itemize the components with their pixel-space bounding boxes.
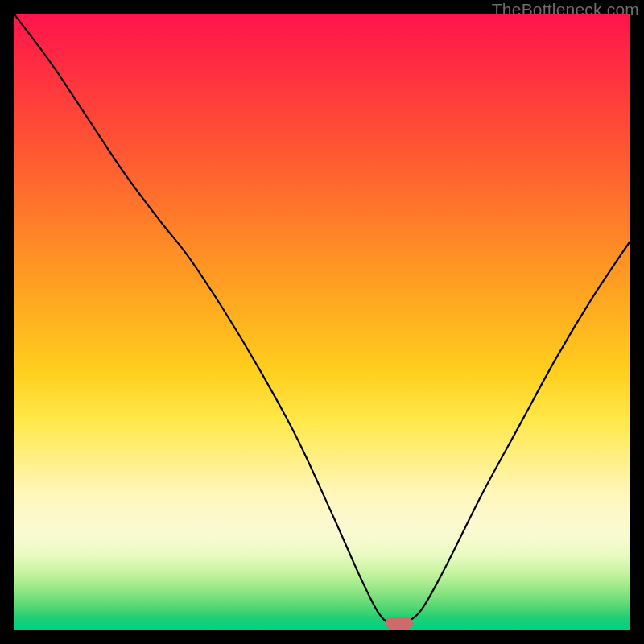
optimal-marker (386, 617, 413, 629)
chart-frame: TheBottleneck.com (0, 0, 644, 644)
bottleneck-curve (14, 14, 630, 630)
plot-area (14, 14, 630, 630)
